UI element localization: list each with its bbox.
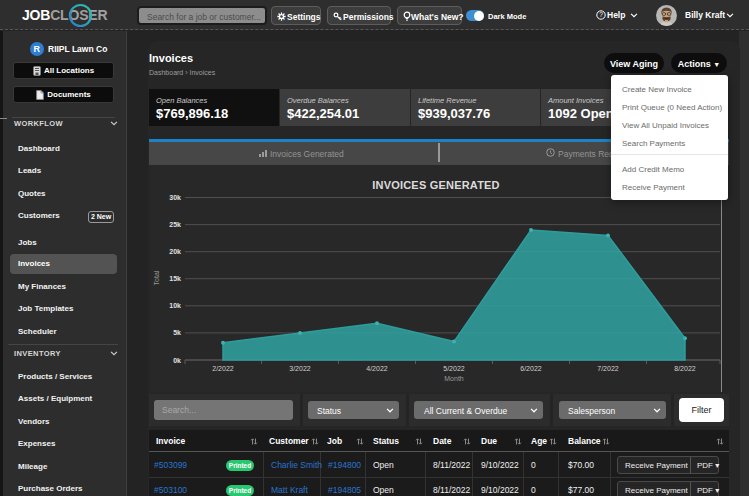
svg-text:5k: 5k (173, 329, 181, 336)
svg-text:0k: 0k (173, 357, 181, 364)
svg-text:10k: 10k (169, 302, 181, 309)
svg-text:6/2022: 6/2022 (520, 365, 542, 372)
svg-text:?: ? (599, 11, 603, 18)
svg-text:3/2022: 3/2022 (289, 365, 311, 372)
svg-text:Month: Month (444, 375, 464, 382)
svg-text:7/2022: 7/2022 (597, 365, 619, 372)
svg-text:4/2022: 4/2022 (366, 365, 388, 372)
svg-text:INVOICES GENERATED: INVOICES GENERATED (372, 179, 499, 191)
svg-text:Total: Total (153, 270, 160, 285)
svg-text:8/2022: 8/2022 (674, 365, 696, 372)
svg-text:30k: 30k (169, 194, 181, 201)
svg-text:5/2022: 5/2022 (443, 365, 465, 372)
svg-text:25k: 25k (169, 221, 181, 228)
svg-text:20k: 20k (169, 248, 181, 255)
svg-text:15k: 15k (169, 275, 181, 282)
svg-text:2/2022: 2/2022 (212, 365, 234, 372)
